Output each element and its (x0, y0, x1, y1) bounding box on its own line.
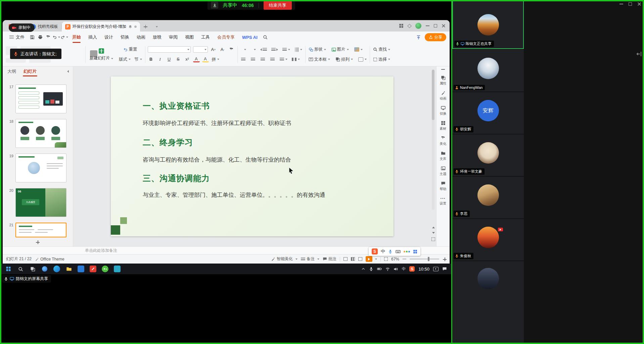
search-icon[interactable] (262, 34, 269, 41)
edge-icon[interactable] (51, 264, 62, 274)
tab-outline[interactable]: 大纲 (7, 67, 17, 76)
collapse-rail-icon[interactable] (441, 69, 445, 70)
next-slide-icon[interactable] (432, 232, 435, 234)
rail-theme[interactable]: 主题 (436, 164, 450, 179)
shapes-button[interactable]: 形状 (308, 46, 327, 53)
zoom-in-icon[interactable] (443, 257, 446, 261)
bell-icon[interactable] (128, 25, 132, 29)
file-menu[interactable]: 文件 (6, 33, 28, 42)
sogou-logo-icon[interactable]: S (372, 248, 378, 254)
participant-tile[interactable]: 李思 (452, 177, 524, 218)
zoom-slider[interactable] (410, 259, 439, 260)
increase-indent-icon[interactable] (271, 46, 279, 53)
font-color-button[interactable]: A (193, 57, 200, 62)
rail-beautify[interactable]: 美化 (436, 133, 450, 149)
workspace-grid-icon[interactable] (399, 23, 404, 28)
clear-format-icon[interactable] (228, 46, 235, 53)
participant-tile[interactable]: 陈锦文正在共享 (452, 1, 524, 49)
section-button[interactable]: 节 (134, 56, 143, 63)
reset-button[interactable]: 重置 (118, 46, 143, 53)
smart-beautify-button[interactable]: 智能美化 (271, 256, 297, 262)
character-spacing-icon[interactable] (282, 46, 291, 53)
slide-thumbnail-20[interactable]: 06 几点感受 (15, 188, 66, 217)
speaking-banner-handle[interactable] (90, 50, 97, 57)
bullets-icon[interactable] (240, 46, 247, 53)
previous-slide-icon[interactable] (432, 227, 435, 228)
sorter-view-icon[interactable] (351, 257, 355, 261)
menu-home[interactable]: 开始 (69, 33, 84, 42)
menu-animation[interactable]: 动画 (133, 33, 149, 42)
task-view-icon[interactable] (27, 264, 38, 274)
zoom-out-icon[interactable] (403, 259, 406, 260)
slide-21[interactable]: 一、执业资格证书 环境影响评价工程师证书、注册环保工程师证书、职称证书 二、终身… (111, 76, 394, 236)
comments-button[interactable]: 批注 (323, 256, 336, 262)
account-avatar[interactable] (415, 23, 421, 29)
tray-expand-icon[interactable] (361, 267, 365, 271)
menu-wps-ai[interactable]: WPS AI (239, 33, 261, 42)
font-size-select[interactable] (193, 46, 208, 53)
fit-slide-icon[interactable] (431, 237, 435, 241)
line-spacing-icon[interactable] (279, 56, 288, 63)
select-button[interactable]: 选择 (372, 56, 391, 63)
new-tab-button[interactable] (140, 22, 151, 32)
maximize-icon[interactable] (434, 24, 437, 27)
ime-lang-toggle[interactable]: 中 (381, 248, 385, 254)
menu-slideshow[interactable]: 放映 (149, 33, 165, 42)
grow-font-button[interactable]: A+ (210, 46, 217, 53)
share-download-icon[interactable] (211, 2, 218, 9)
fill-style-icon[interactable] (354, 46, 363, 53)
minimize-icon[interactable] (619, 4, 623, 4)
align-right-icon[interactable] (260, 56, 266, 63)
slide-canvas[interactable]: 一、执业资格证书 环境影响评价工程师证书、注册环保工程师证书、职称证书 二、终身… (73, 66, 436, 246)
participant-tile[interactable] (452, 261, 524, 344)
slide-thumbnail-18[interactable] (15, 119, 66, 148)
superscript-button[interactable]: x² (184, 56, 191, 63)
minimize-icon[interactable] (426, 25, 429, 26)
close-icon[interactable] (637, 2, 641, 6)
notes-button[interactable]: 备注 (301, 256, 319, 262)
slide-thumbnail-17[interactable] (15, 84, 66, 113)
menu-transition[interactable]: 切换 (117, 33, 133, 42)
align-left-icon[interactable] (240, 56, 247, 63)
normal-view-icon[interactable] (343, 257, 348, 261)
tray-wifi-icon[interactable] (385, 267, 390, 271)
ime-skin-icon[interactable] (404, 251, 410, 252)
maximize-icon[interactable] (629, 2, 632, 6)
premium-diamond-icon[interactable] (407, 24, 412, 28)
media-overlay-icon[interactable] (433, 267, 439, 271)
align-center-icon[interactable] (250, 56, 257, 63)
text-direction-icon[interactable] (294, 46, 303, 53)
undo-icon[interactable] (53, 34, 60, 41)
participant-tile[interactable]: NanFengWan (452, 50, 524, 92)
arrange-button[interactable]: 排列 (335, 56, 354, 63)
columns-icon[interactable] (291, 56, 301, 63)
phonetic-guide-button[interactable]: 拼 (211, 56, 220, 63)
notification-center-icon[interactable] (442, 267, 447, 271)
add-slide-button[interactable] (3, 239, 73, 245)
slide-thumbnail-19[interactable] (15, 154, 66, 182)
tray-battery-icon[interactable] (377, 267, 382, 271)
rail-properties[interactable]: 属性 (436, 73, 450, 88)
tab-presentation-active[interactable]: P 环保行业职业分类与介绍-增加 (62, 22, 140, 32)
sogou-tray-icon[interactable]: S (409, 266, 415, 272)
rail-transition[interactable]: 切换 (436, 103, 450, 118)
cloud-upload-icon[interactable] (415, 34, 422, 41)
underline-button[interactable]: U (166, 56, 173, 63)
widgets-icon[interactable] (39, 264, 50, 274)
canvas-scrollbar[interactable] (432, 69, 434, 210)
rail-help[interactable]: 帮助 (436, 179, 450, 194)
shrink-font-button[interactable]: A- (219, 46, 226, 53)
rail-animation[interactable]: 动画 (436, 88, 450, 103)
close-icon[interactable] (442, 24, 446, 28)
numbering-icon[interactable] (250, 46, 257, 53)
wechat-icon[interactable] (99, 264, 111, 274)
bold-button[interactable]: B (148, 56, 154, 63)
taskbar-search-icon[interactable] (15, 264, 26, 274)
ime-toolbox-icon[interactable] (413, 249, 417, 254)
tab-list-dropdown[interactable] (151, 22, 161, 32)
clock[interactable]: 10:50 (418, 267, 429, 272)
rail-library[interactable]: 文库 (436, 149, 450, 164)
menu-review[interactable]: 审阅 (166, 33, 181, 42)
end-share-button[interactable]: 结束共享 (264, 1, 292, 10)
italic-button[interactable]: I (157, 56, 164, 63)
